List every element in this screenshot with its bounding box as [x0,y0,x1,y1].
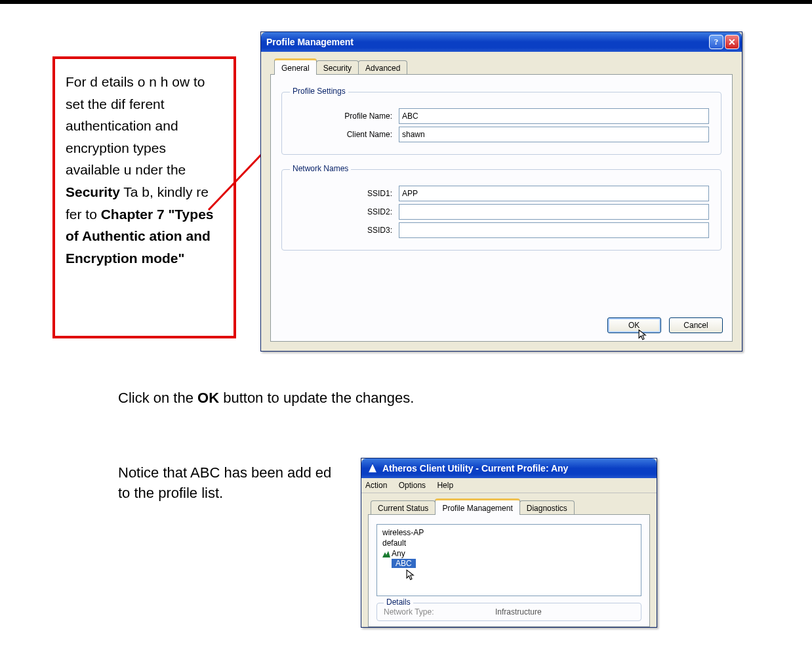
list-item-label: Any [392,549,405,558]
list-item[interactable]: Any [381,548,637,559]
list-item[interactable]: default [381,538,637,548]
list-item-selected[interactable]: ABC [392,559,416,568]
ssid2-input[interactable] [399,204,709,220]
list-item[interactable]: wireless-AP [381,527,637,538]
ssid2-label: SSID2: [294,207,399,216]
ssid3-label: SSID3: [294,226,399,235]
cursor-icon [406,569,418,581]
close-button[interactable]: ✕ [725,35,739,49]
group-profile-legend: Profile Settings [290,87,348,96]
atheros-logo-icon [367,462,378,474]
document-page: For d etails o n h ow to set the dif fer… [0,4,812,648]
callout-text-a: For d etails o n h ow to set the dif fer… [66,74,205,177]
client-name-label: Client Name: [294,130,399,139]
para1-b: OK [197,390,219,406]
dialog-title: Profile Management [266,37,708,47]
menu-action[interactable]: Action [365,481,387,490]
ssid1-label: SSID1: [294,189,399,198]
util-titlebar[interactable]: Atheros Client Utility - Current Profile… [361,458,657,478]
tab-current-status[interactable]: Current Status [371,500,436,515]
tab-diagnostics[interactable]: Diagnostics [519,500,575,515]
paragraph-notice-abc: Notice that ABC has been add ed to the p… [118,463,341,504]
group-profile-settings: Profile Settings Profile Name: Client Na… [281,92,721,155]
menu-options[interactable]: Options [399,481,426,490]
profile-name-label: Profile Name: [294,111,399,121]
atheros-utility-window: Atheros Client Utility - Current Profile… [361,458,657,628]
tab-security[interactable]: Security [316,60,359,75]
util-menubar: Action Options Help [361,478,657,493]
group-network-names: Network Names SSID1: SSID2: SSID3: [281,169,721,251]
dialog-titlebar[interactable]: Profile Management ? ✕ [261,32,742,52]
help-icon: ? [714,37,719,47]
tab-profile-management[interactable]: Profile Management [435,498,519,515]
tab-general[interactable]: General [274,58,317,75]
network-icon [382,550,390,557]
tab-advanced[interactable]: Advanced [358,60,407,75]
paragraph-click-ok: Click on the OK button to update the cha… [118,390,414,407]
ssid3-input[interactable] [399,222,709,238]
client-name-input[interactable] [399,127,709,142]
tabsheet-general: Profile Settings Profile Name: Client Na… [270,74,733,342]
ssid1-input[interactable] [399,186,709,201]
util-title: Atheros Client Utility - Current Profile… [382,463,654,474]
help-button[interactable]: ? [709,35,723,49]
profile-listbox[interactable]: wireless-AP default Any ABC [376,524,641,596]
callout-bold-security: Security [66,184,120,199]
callout-box: For d etails o n h ow to set the dif fer… [52,56,236,338]
details-legend: Details [384,597,413,607]
para1-a: Click on the [118,390,197,406]
profile-management-dialog: Profile Management ? ✕ General Security … [260,31,742,352]
para1-c: button to update the changes. [223,390,414,406]
ok-button[interactable]: OK [607,317,661,333]
details-key: Network Type: [384,607,495,617]
util-tabsheet: wireless-AP default Any ABC [368,514,650,627]
details-value: Infrastructure [495,607,542,617]
util-tabs: Current Status Profile Management Diagno… [371,498,650,514]
dialog-tabs: General Security Advanced [274,58,733,74]
details-groupbox: Details Network Type: Infrastructure [376,603,641,621]
close-icon: ✕ [728,37,736,47]
cancel-button[interactable]: Cancel [669,317,723,333]
group-network-legend: Network Names [290,164,351,173]
profile-name-input[interactable] [399,108,709,124]
menu-help[interactable]: Help [437,481,453,490]
